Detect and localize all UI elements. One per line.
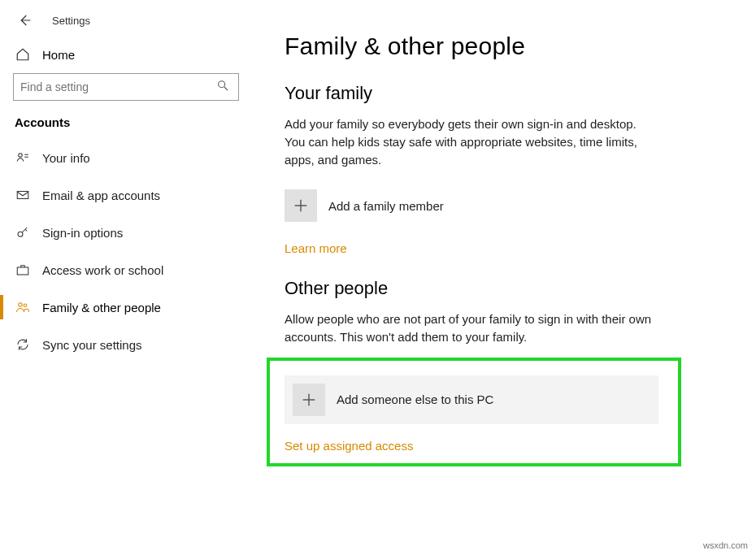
home-button[interactable]: Home — [0, 33, 252, 73]
svg-rect-5 — [17, 192, 28, 199]
svg-point-6 — [18, 232, 23, 236]
titlebar: Settings — [0, 0, 252, 33]
search-icon — [214, 79, 232, 95]
home-label: Home — [42, 48, 75, 62]
your-family-description: Add your family so everybody gets their … — [285, 115, 658, 168]
learn-more-link[interactable]: Learn more — [285, 241, 347, 255]
svg-point-8 — [19, 303, 23, 307]
back-arrow-icon — [17, 13, 32, 28]
svg-point-0 — [219, 81, 225, 88]
window-title: Settings — [52, 15, 90, 27]
other-people-heading: Other people — [285, 278, 723, 299]
assigned-access-link[interactable]: Set up assigned access — [285, 439, 413, 453]
people-icon — [15, 299, 31, 315]
section-label: Accounts — [0, 111, 252, 139]
sidebar-item-signin-options[interactable]: Sign-in options — [0, 214, 252, 251]
svg-rect-7 — [17, 267, 28, 275]
sidebar-item-email-accounts[interactable]: Email & app accounts — [0, 176, 252, 214]
other-people-description: Allow people who are not part of your fa… — [285, 310, 658, 346]
sidebar-item-label: Email & app accounts — [42, 189, 160, 202]
sidebar-item-label: Access work or school — [42, 263, 163, 277]
sidebar-item-label: Your info — [42, 151, 90, 165]
plus-icon — [285, 189, 317, 222]
key-icon — [15, 224, 31, 241]
highlight-annotation: Add someone else to this PC Set up assig… — [267, 358, 681, 466]
svg-line-1 — [224, 87, 228, 90]
person-card-icon — [15, 150, 31, 166]
content-area: Family & other people Your family Add yo… — [252, 0, 756, 555]
plus-icon — [293, 384, 325, 416]
add-family-member-button[interactable]: Add a family member — [285, 184, 658, 227]
add-family-label: Add a family member — [328, 199, 444, 213]
sidebar-item-label: Family & other people — [42, 301, 161, 314]
svg-point-2 — [19, 154, 23, 158]
search-input[interactable] — [20, 80, 214, 93]
search-box[interactable] — [13, 73, 239, 101]
sidebar-item-your-info[interactable]: Your info — [0, 139, 252, 176]
page-title: Family & other people — [285, 33, 723, 60]
briefcase-icon — [15, 262, 31, 278]
add-someone-else-label: Add someone else to this PC — [337, 392, 493, 406]
add-someone-else-button[interactable]: Add someone else to this PC — [285, 375, 658, 424]
sidebar: Settings Home Accounts Your info E — [0, 0, 252, 555]
sync-icon — [15, 336, 31, 353]
mail-icon — [15, 187, 31, 203]
your-family-heading: Your family — [285, 83, 723, 104]
watermark: wsxdn.com — [703, 540, 748, 550]
sidebar-item-access-work[interactable]: Access work or school — [0, 251, 252, 288]
sidebar-item-label: Sign-in options — [42, 226, 123, 240]
back-button[interactable] — [15, 11, 34, 30]
sidebar-item-family-other[interactable]: Family & other people — [0, 288, 252, 326]
home-icon — [15, 47, 31, 62]
sidebar-item-sync[interactable]: Sync your settings — [0, 326, 252, 363]
svg-point-9 — [24, 304, 27, 307]
sidebar-item-label: Sync your settings — [42, 338, 142, 352]
